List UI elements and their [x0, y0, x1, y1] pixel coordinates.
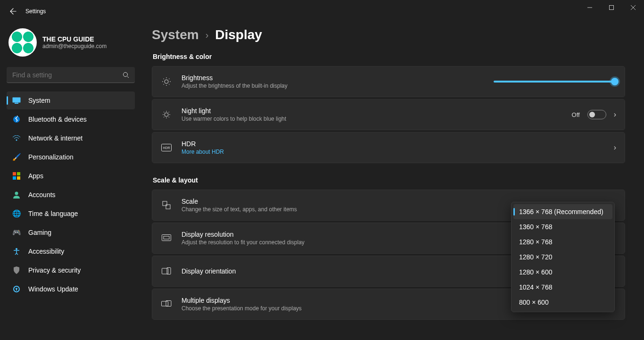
- svg-rect-22: [167, 268, 171, 274]
- svg-point-11: [16, 248, 17, 250]
- close-button[interactable]: [622, 0, 644, 15]
- svg-point-13: [165, 80, 168, 83]
- nav-label: Windows Update: [28, 285, 78, 293]
- dropdown-option[interactable]: 800 × 600: [513, 295, 612, 310]
- bluetooth-icon: [12, 115, 21, 124]
- nav-system[interactable]: System: [7, 91, 135, 109]
- chevron-right-icon[interactable]: ›: [614, 110, 616, 119]
- toggle-knob: [589, 112, 595, 117]
- nav-accessibility[interactable]: Accessibility: [7, 242, 135, 260]
- sun-icon: [161, 77, 172, 86]
- nav-accounts[interactable]: Accounts: [7, 186, 135, 204]
- card-brightness[interactable]: Brightness Adjust the brightness of the …: [152, 66, 625, 97]
- svg-point-1: [124, 72, 128, 76]
- nav-privacy[interactable]: Privacy & security: [7, 261, 135, 279]
- svg-rect-20: [164, 236, 169, 239]
- nav-apps[interactable]: Apps: [7, 167, 135, 185]
- scale-icon: [161, 200, 172, 210]
- dropdown-option[interactable]: 1366 × 768 (Recommended): [513, 204, 612, 219]
- update-icon: [12, 285, 21, 293]
- breadcrumb: System › Display: [152, 27, 625, 42]
- slider-thumb[interactable]: [611, 78, 619, 85]
- globe-icon: 🌐: [12, 209, 21, 218]
- svg-rect-0: [610, 6, 614, 10]
- avatar: [8, 28, 37, 57]
- shield-icon: [12, 266, 21, 274]
- svg-rect-19: [162, 235, 171, 241]
- person-icon: [12, 191, 21, 199]
- nav-label: Apps: [28, 172, 43, 180]
- svg-rect-23: [162, 301, 168, 306]
- brush-icon: 🖌️: [12, 153, 21, 161]
- profile[interactable]: THE CPU GUIDE admin@thecpuguide.com: [7, 23, 135, 67]
- window-title: Settings: [25, 8, 46, 15]
- system-icon: [12, 96, 21, 105]
- dropdown-option[interactable]: 1360 × 768: [513, 219, 612, 234]
- apps-icon: [12, 172, 21, 180]
- search-input[interactable]: [12, 71, 123, 79]
- card-night-light[interactable]: Night light Use warmer colors to help bl…: [152, 99, 625, 130]
- card-hdr[interactable]: HDR HDR More about HDR ›: [152, 132, 625, 163]
- dropdown-option[interactable]: 1280 × 600: [513, 265, 612, 280]
- nav-gaming[interactable]: 🎮Gaming: [7, 224, 135, 241]
- nav-network[interactable]: Network & internet: [7, 129, 135, 147]
- nav-label: Network & internet: [28, 134, 83, 142]
- resolution-dropdown[interactable]: 1366 × 768 (Recommended) 1360 × 768 1280…: [511, 202, 615, 312]
- svg-point-5: [16, 140, 17, 141]
- svg-rect-7: [17, 172, 20, 175]
- hdr-more-link[interactable]: More about HDR: [182, 149, 604, 155]
- svg-rect-8: [13, 176, 16, 180]
- section-scale-layout: Scale & layout: [153, 176, 625, 184]
- search-icon: [123, 72, 129, 78]
- section-brightness-color: Brightness & color: [153, 53, 625, 60]
- card-sub: Use warmer colors to help block blue lig…: [182, 116, 562, 122]
- svg-text:HDR: HDR: [163, 146, 170, 149]
- profile-email: admin@thecpuguide.com: [42, 43, 107, 50]
- toggle-state: Off: [572, 111, 580, 118]
- nav: System Bluetooth & devices Network & int…: [7, 91, 135, 298]
- dropdown-option[interactable]: 1280 × 768: [513, 234, 612, 249]
- window-controls: [579, 0, 644, 15]
- gamepad-icon: 🎮: [12, 228, 21, 237]
- dropdown-option[interactable]: 1280 × 720: [513, 249, 612, 265]
- wifi-icon: [12, 134, 21, 142]
- brightness-slider[interactable]: [494, 81, 616, 83]
- titlebar: Settings: [0, 0, 644, 23]
- maximize-button[interactable]: [601, 0, 622, 15]
- svg-rect-21: [162, 268, 168, 274]
- hdr-icon: HDR: [161, 144, 172, 151]
- svg-rect-3: [15, 103, 18, 104]
- nav-bluetooth[interactable]: Bluetooth & devices: [7, 110, 135, 128]
- card-title: Night light: [182, 107, 562, 115]
- nav-label: Accessibility: [28, 248, 64, 255]
- nav-label: Privacy & security: [28, 266, 81, 274]
- chevron-right-icon: ›: [206, 30, 209, 41]
- nav-label: Gaming: [28, 229, 51, 236]
- night-light-toggle[interactable]: [587, 110, 606, 119]
- resolution-icon: [161, 234, 172, 242]
- svg-point-14: [165, 113, 168, 116]
- breadcrumb-current: Display: [215, 27, 262, 42]
- moon-icon: [161, 110, 172, 119]
- nav-label: Accounts: [28, 191, 56, 199]
- nav-personalization[interactable]: 🖌️Personalization: [7, 148, 135, 166]
- svg-rect-6: [13, 172, 16, 175]
- card-title: Brightness: [182, 74, 484, 82]
- accessibility-icon: [12, 247, 21, 256]
- svg-rect-9: [17, 176, 20, 180]
- back-button[interactable]: [4, 2, 23, 21]
- nav-label: Personalization: [28, 153, 74, 161]
- sidebar: THE CPU GUIDE admin@thecpuguide.com Syst…: [0, 23, 141, 340]
- nav-update[interactable]: Windows Update: [7, 280, 135, 298]
- nav-time[interactable]: 🌐Time & language: [7, 205, 135, 223]
- breadcrumb-parent[interactable]: System: [152, 27, 199, 42]
- orientation-icon: [161, 267, 172, 275]
- dropdown-option[interactable]: 1024 × 768: [513, 280, 612, 295]
- minimize-button[interactable]: [579, 0, 601, 15]
- chevron-right-icon[interactable]: ›: [614, 143, 616, 152]
- card-sub: Adjust the brightness of the built-in di…: [182, 83, 484, 89]
- search-box[interactable]: [7, 67, 135, 83]
- nav-label: Time & language: [28, 210, 78, 217]
- svg-point-10: [15, 192, 18, 195]
- card-title: HDR: [182, 140, 604, 148]
